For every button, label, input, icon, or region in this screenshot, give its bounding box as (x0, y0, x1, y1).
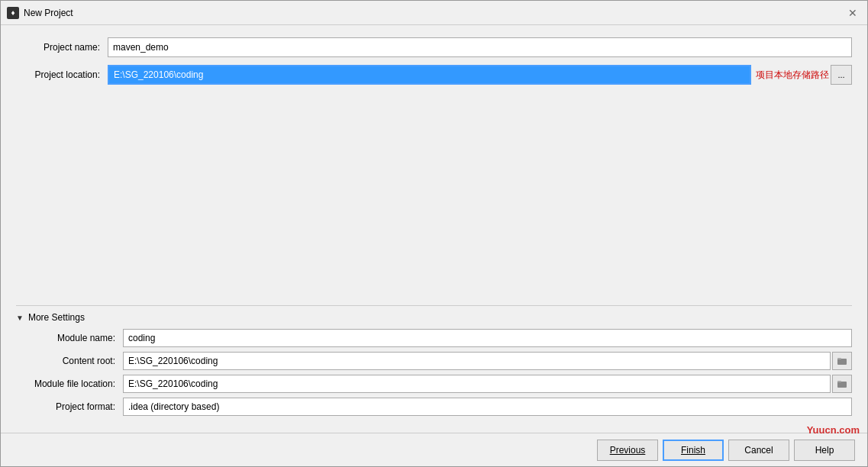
new-project-dialog: ♦ New Project ✕ Project name: Project lo… (0, 0, 868, 467)
finish-button[interactable]: Finish (663, 440, 724, 461)
more-settings-section: ▼ More Settings Module name: Content roo… (16, 305, 852, 420)
module-name-label: Module name: (16, 333, 123, 343)
close-button[interactable]: ✕ (844, 5, 861, 21)
project-format-row: Project format: .idea (directory based) (16, 398, 852, 416)
watermark: Yuucn.com (807, 424, 860, 436)
module-name-row: Module name: (16, 329, 852, 347)
content-spacer (16, 92, 852, 305)
svg-rect-3 (837, 381, 841, 382)
project-name-input[interactable] (108, 37, 852, 57)
button-bar: Previous Finish Cancel Help (1, 433, 867, 466)
module-file-location-input[interactable] (123, 375, 831, 393)
content-root-row: Content root: (16, 352, 852, 370)
module-name-input[interactable] (123, 329, 852, 347)
svg-rect-1 (837, 358, 841, 359)
content-root-label: Content root: (16, 356, 123, 366)
dialog-content: Project name: Project location: 项目本地存储路径… (1, 25, 867, 433)
more-settings-header[interactable]: ▼ More Settings (16, 312, 852, 323)
project-location-browse-button[interactable]: ... (831, 65, 852, 85)
module-file-location-row: Module file location: (16, 375, 852, 393)
more-settings-content: Module name: Content root: (16, 329, 852, 416)
project-format-select[interactable]: .idea (directory based) (123, 398, 852, 416)
cancel-button[interactable]: Cancel (728, 440, 789, 461)
previous-button[interactable]: Previous (597, 440, 658, 461)
module-file-location-label: Module file location: (16, 378, 123, 389)
more-settings-label: More Settings (28, 312, 85, 323)
title-bar: ♦ New Project ✕ (1, 1, 867, 25)
folder-icon-2 (837, 378, 847, 389)
project-location-row: Project location: 项目本地存储路径 ... (16, 65, 852, 85)
svg-rect-0 (837, 359, 847, 365)
title-bar-left: ♦ New Project (7, 7, 73, 19)
dialog-icon: ♦ (7, 7, 19, 19)
location-annotation: 项目本地存储路径 (756, 69, 829, 82)
help-button[interactable]: Help (794, 440, 855, 461)
svg-rect-2 (837, 382, 847, 388)
project-location-input[interactable] (108, 65, 751, 85)
project-format-label: Project format: (16, 401, 123, 412)
dialog-title: New Project (24, 8, 73, 18)
project-name-label: Project name: (16, 42, 108, 53)
module-file-location-browse-button[interactable] (832, 375, 852, 393)
project-location-label: Project location: (16, 69, 108, 80)
folder-icon (837, 356, 847, 366)
content-root-browse-button[interactable] (832, 352, 852, 370)
collapse-arrow-icon: ▼ (16, 314, 24, 322)
project-name-row: Project name: (16, 37, 852, 57)
content-root-input[interactable] (123, 352, 831, 370)
